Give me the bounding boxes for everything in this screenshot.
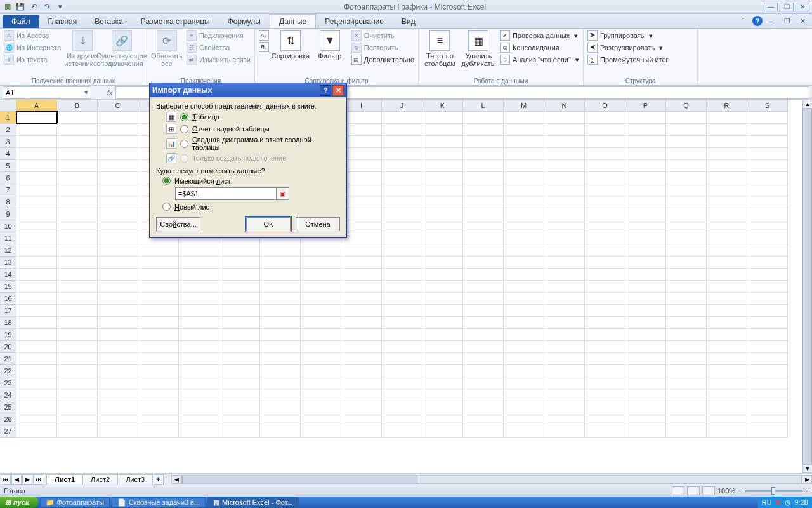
cell[interactable] xyxy=(341,269,382,281)
sort-button[interactable]: ⇅Сортировка xyxy=(273,30,308,77)
cell[interactable] xyxy=(382,160,422,172)
cell[interactable] xyxy=(219,244,260,257)
taskbar-item-3[interactable]: ▩Microsoft Excel - Фот... xyxy=(207,497,299,507)
cell[interactable] xyxy=(219,293,260,305)
cell[interactable] xyxy=(625,377,666,389)
cell[interactable] xyxy=(219,389,260,401)
cell[interactable] xyxy=(504,317,544,329)
cell[interactable] xyxy=(666,413,707,425)
cell[interactable] xyxy=(707,353,747,365)
cell[interactable] xyxy=(219,305,260,317)
cell[interactable] xyxy=(625,196,666,208)
cell[interactable] xyxy=(666,317,707,329)
cell[interactable] xyxy=(707,425,747,438)
qat-customize-icon[interactable]: ▾ xyxy=(55,1,66,13)
cell[interactable] xyxy=(16,317,57,329)
cell[interactable] xyxy=(219,377,260,389)
cell[interactable] xyxy=(422,377,463,389)
cell[interactable] xyxy=(260,413,301,425)
cell[interactable] xyxy=(301,329,341,341)
row-header[interactable]: 22 xyxy=(0,365,16,377)
label-pivot[interactable]: Отчет сводной таблицы xyxy=(192,125,270,133)
sheet-tab-1[interactable]: Лист1 xyxy=(46,474,83,484)
cell[interactable] xyxy=(16,281,57,293)
cell[interactable] xyxy=(707,184,747,196)
cell[interactable] xyxy=(463,389,504,401)
cell[interactable] xyxy=(544,232,585,244)
cell[interactable] xyxy=(463,293,504,305)
cell[interactable] xyxy=(504,244,544,257)
cell[interactable] xyxy=(625,389,666,401)
cell[interactable] xyxy=(544,329,585,341)
row-header[interactable]: 3 xyxy=(0,136,16,148)
cell[interactable] xyxy=(544,377,585,389)
cell[interactable] xyxy=(57,244,98,257)
cell[interactable] xyxy=(544,365,585,377)
cell[interactable] xyxy=(57,172,98,184)
advanced-filter-button[interactable]: ▤Дополнительно xyxy=(351,55,414,65)
cell[interactable] xyxy=(747,269,788,281)
whatif-button[interactable]: ?Анализ "что если" ▾ xyxy=(500,55,579,65)
cell[interactable] xyxy=(179,425,219,438)
cell[interactable] xyxy=(98,305,138,317)
cell[interactable] xyxy=(625,401,666,413)
cell[interactable] xyxy=(544,148,585,160)
cell[interactable] xyxy=(341,148,382,160)
cell[interactable] xyxy=(260,257,301,269)
cell[interactable] xyxy=(57,124,98,136)
cell[interactable] xyxy=(260,401,301,413)
taskbar-item-1[interactable]: 📁Фотоаппараты xyxy=(40,497,110,507)
refresh-all-button[interactable]: ⟳Обновить все xyxy=(151,30,183,77)
cell[interactable] xyxy=(382,220,422,232)
workbook-close-icon[interactable]: ✕ xyxy=(797,15,808,27)
cell[interactable] xyxy=(138,377,179,389)
cell[interactable] xyxy=(301,425,341,438)
cell[interactable] xyxy=(544,196,585,208)
cell[interactable] xyxy=(747,425,788,438)
cell[interactable] xyxy=(57,353,98,365)
cell[interactable] xyxy=(666,160,707,172)
cell[interactable] xyxy=(382,365,422,377)
cell[interactable] xyxy=(504,425,544,438)
dialog-help-button[interactable]: ? xyxy=(320,85,331,96)
cell[interactable] xyxy=(504,184,544,196)
from-access-button[interactable]: AИз Access xyxy=(4,30,61,41)
help-icon[interactable]: ? xyxy=(752,16,763,26)
cell[interactable] xyxy=(341,257,382,269)
cell[interactable] xyxy=(625,425,666,438)
cell[interactable] xyxy=(585,293,625,305)
cell[interactable] xyxy=(544,425,585,438)
cell[interactable] xyxy=(138,425,179,438)
cell[interactable] xyxy=(422,148,463,160)
cell[interactable] xyxy=(747,208,788,220)
properties-button[interactable]: ☷Свойства xyxy=(187,43,251,53)
tab-home[interactable]: Главная xyxy=(39,15,86,28)
cell[interactable] xyxy=(16,389,57,401)
cell[interactable] xyxy=(138,269,179,281)
dialog-close-button[interactable]: ✕ xyxy=(332,85,344,96)
cell[interactable] xyxy=(666,136,707,148)
cell[interactable] xyxy=(463,136,504,148)
cell[interactable] xyxy=(422,401,463,413)
cell[interactable] xyxy=(504,305,544,317)
cell[interactable] xyxy=(341,365,382,377)
cell[interactable] xyxy=(504,293,544,305)
cell[interactable] xyxy=(301,413,341,425)
cell[interactable] xyxy=(341,389,382,401)
tray-kaspersky-icon[interactable]: K xyxy=(776,498,781,506)
cell[interactable] xyxy=(666,377,707,389)
cell[interactable] xyxy=(585,401,625,413)
cell[interactable] xyxy=(747,365,788,377)
cell[interactable] xyxy=(707,413,747,425)
ribbon-minimize-icon[interactable]: ˇ xyxy=(737,15,749,27)
cell[interactable] xyxy=(585,136,625,148)
cell[interactable] xyxy=(341,124,382,136)
cell[interactable] xyxy=(179,365,219,377)
cell[interactable] xyxy=(747,389,788,401)
cell[interactable] xyxy=(707,232,747,244)
cell[interactable] xyxy=(57,112,98,124)
cell[interactable] xyxy=(16,413,57,425)
cell[interactable] xyxy=(707,365,747,377)
cell[interactable] xyxy=(219,317,260,329)
cell[interactable] xyxy=(16,136,57,148)
